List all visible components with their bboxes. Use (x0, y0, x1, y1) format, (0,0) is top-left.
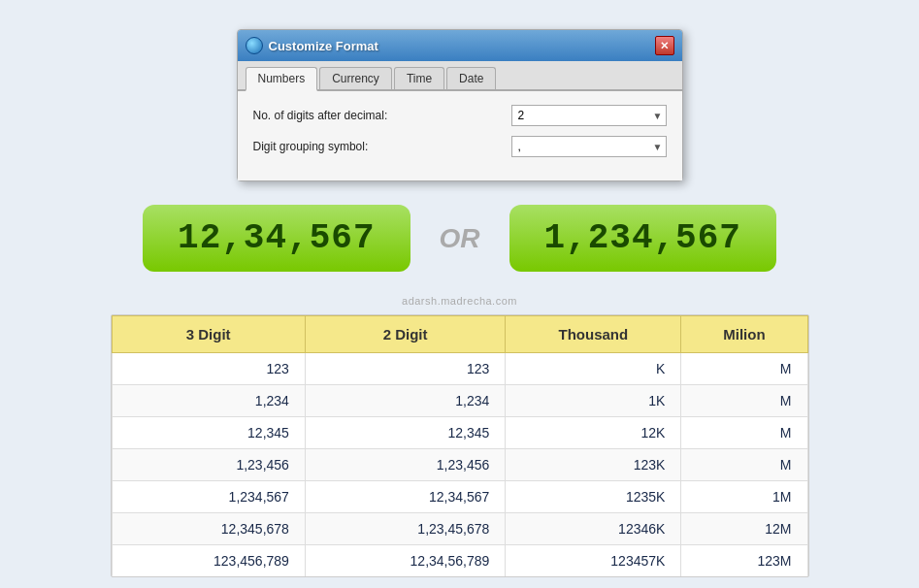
table-row: 12,345,6781,23,45,67812346K12M (112, 513, 807, 545)
tab-numbers[interactable]: Numbers (246, 67, 318, 91)
table-cell: 123 (305, 353, 505, 385)
dialog-icon (246, 37, 263, 54)
table-header-row: 3 Digit 2 Digit Thousand Milion (112, 316, 807, 353)
number-badge-left: 12,34,567 (143, 205, 410, 272)
decimal-select[interactable]: 2 0 1 3 4 (511, 105, 667, 126)
number-left-text: 12,34,567 (178, 218, 375, 258)
table-cell: 12K (506, 417, 681, 449)
number-right-text: 1,234,567 (544, 218, 741, 258)
table-cell: 12M (681, 513, 807, 545)
tab-date[interactable]: Date (446, 67, 496, 89)
table-row: 123,456,78912,34,56,789123457K123M (112, 545, 807, 577)
decimal-label: No. of digits after decimal: (253, 109, 511, 122)
table-cell: M (681, 353, 807, 385)
table-cell: 12,345 (305, 417, 505, 449)
table-cell: 1,234 (305, 385, 505, 417)
table-cell: M (681, 385, 807, 417)
table-cell: 123 (112, 353, 305, 385)
number-badge-right: 1,234,567 (509, 205, 776, 272)
customize-format-dialog: Customize Format ✕ Numbers Currency Time… (237, 29, 683, 181)
dialog-title-left: Customize Format (246, 37, 378, 54)
data-table: 3 Digit 2 Digit Thousand Milion 123123KM… (112, 315, 808, 576)
tab-currency[interactable]: Currency (319, 67, 392, 89)
table-cell: 12,345,678 (112, 513, 305, 545)
table-cell: M (681, 417, 807, 449)
form-row-decimal: No. of digits after decimal: 2 0 1 3 4 ▼ (253, 105, 667, 126)
table-cell: M (681, 449, 807, 481)
header-2digit: 2 Digit (305, 316, 505, 353)
watermark: adarsh.madrecha.com (402, 295, 517, 307)
dialog-body: Numbers Currency Time Date No. of digits… (238, 61, 682, 180)
tab-time[interactable]: Time (394, 67, 444, 89)
table-cell: 123,456,789 (112, 545, 305, 577)
table-row: 1,2341,2341KM (112, 385, 807, 417)
table-cell: 123K (506, 449, 681, 481)
dialog-form: No. of digits after decimal: 2 0 1 3 4 ▼… (238, 91, 682, 180)
number-display-row: 12,34,567 OR 1,234,567 (143, 205, 776, 272)
table-cell: 12346K (506, 513, 681, 545)
grouping-select-wrapper: , . ▼ (511, 136, 667, 157)
table-row: 12,34512,34512KM (112, 417, 807, 449)
table-row: 1,234,56712,34,5671235K1M (112, 481, 807, 513)
header-3digit: 3 Digit (112, 316, 305, 353)
table-cell: 1,23,456 (305, 449, 505, 481)
form-row-grouping: Digit grouping symbol: , . ▼ (253, 136, 667, 157)
table-cell: 12,345 (112, 417, 305, 449)
or-text: OR (440, 223, 480, 254)
dialog-close-button[interactable]: ✕ (655, 36, 674, 55)
dialog-wrapper: Customize Format ✕ Numbers Currency Time… (237, 29, 683, 181)
table-row: 123123KM (112, 353, 807, 385)
grouping-select[interactable]: , . (511, 136, 667, 157)
table-cell: 123M (681, 545, 807, 577)
table-cell: 1,234 (112, 385, 305, 417)
table-cell: 12,34,567 (305, 481, 505, 513)
table-row: 1,23,4561,23,456123KM (112, 449, 807, 481)
table-cell: 1,23,45,678 (305, 513, 505, 545)
table-cell: 1235K (506, 481, 681, 513)
table-cell: 1K (506, 385, 681, 417)
table-cell: 1,234,567 (112, 481, 305, 513)
dialog-titlebar: Customize Format ✕ (238, 30, 682, 61)
table-cell: 123457K (506, 545, 681, 577)
table-cell: 12,34,56,789 (305, 545, 505, 577)
header-thousand: Thousand (506, 316, 681, 353)
header-million: Milion (681, 316, 807, 353)
data-table-wrapper: 3 Digit 2 Digit Thousand Milion 123123KM… (111, 314, 809, 577)
tabs-row: Numbers Currency Time Date (238, 61, 682, 91)
table-cell: K (506, 353, 681, 385)
table-cell: 1M (681, 481, 807, 513)
table-cell: 1,23,456 (112, 449, 305, 481)
decimal-select-wrapper: 2 0 1 3 4 ▼ (511, 105, 667, 126)
dialog-title: Customize Format (269, 39, 378, 53)
grouping-label: Digit grouping symbol: (253, 140, 511, 153)
